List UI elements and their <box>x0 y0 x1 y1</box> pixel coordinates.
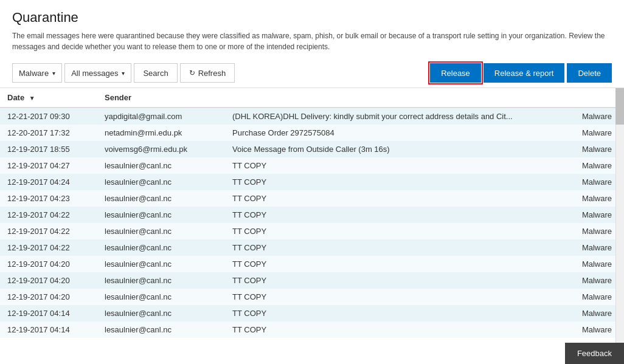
cell-sender: lesaulnier@canl.nc <box>97 256 225 272</box>
scrollbar-track[interactable] <box>615 88 624 358</box>
cell-subject: TT COPY <box>225 272 569 289</box>
cell-date: 12-21-2017 09:30 <box>0 108 97 125</box>
cell-sender: netadmin@rmi.edu.pk <box>97 125 225 141</box>
malware-filter-label: Malware <box>19 69 49 78</box>
release-button[interactable]: Release <box>430 63 481 83</box>
cell-subject: TT COPY <box>225 321 569 338</box>
cell-date: 12-19-2017 04:22 <box>0 207 97 223</box>
cell-sender: voivemsg6@rmi.edu.pk <box>97 141 225 157</box>
table-row[interactable]: 12-19-2017 04:22lesaulnier@canl.ncTT COP… <box>0 223 624 239</box>
cell-sender: lesaulnier@canl.nc <box>97 190 225 207</box>
cell-date: 12-19-2017 04:20 <box>0 289 97 305</box>
cell-sender: lesaulnier@canl.nc <box>97 321 225 338</box>
cell-date: 12-19-2017 04:22 <box>0 239 97 256</box>
cell-subject: TT COPY <box>225 289 569 305</box>
quarantine-table: Date ▼ Sender 12-21-2017 09:30yapdigital… <box>0 88 624 338</box>
table-row[interactable]: 12-19-2017 04:14lesaulnier@canl.ncTT COP… <box>0 321 624 338</box>
malware-filter-dropdown[interactable]: Malware ▾ <box>12 63 62 83</box>
cell-sender: yapdigital@gmail.com <box>97 108 225 125</box>
all-messages-label: All messages <box>71 69 118 78</box>
malware-filter-arrow: ▾ <box>52 70 55 77</box>
table-row[interactable]: 12-20-2017 17:32netadmin@rmi.edu.pkPurch… <box>0 125 624 141</box>
cell-sender: lesaulnier@canl.nc <box>97 289 225 305</box>
feedback-button[interactable]: Feedback <box>565 343 624 364</box>
col-header-subject <box>225 88 569 108</box>
cell-date: 12-19-2017 04:24 <box>0 174 97 190</box>
search-label: Search <box>143 69 168 78</box>
col-header-date[interactable]: Date ▼ <box>0 88 97 108</box>
cell-date: 12-19-2017 04:14 <box>0 321 97 338</box>
cell-subject: TT COPY <box>225 157 569 174</box>
table-row[interactable]: 12-19-2017 04:20lesaulnier@canl.ncTT COP… <box>0 289 624 305</box>
table-row[interactable]: 12-19-2017 04:20lesaulnier@canl.ncTT COP… <box>0 272 624 289</box>
cell-sender: lesaulnier@canl.nc <box>97 157 225 174</box>
table-row[interactable]: 12-21-2017 09:30yapdigital@gmail.com(DHL… <box>0 108 624 125</box>
date-sort-icon: ▼ <box>29 95 35 101</box>
table-row[interactable]: 12-19-2017 04:27lesaulnier@canl.ncTT COP… <box>0 157 624 174</box>
cell-date: 12-19-2017 04:20 <box>0 272 97 289</box>
table-row[interactable]: 12-19-2017 04:24lesaulnier@canl.ncTT COP… <box>0 174 624 190</box>
table-row[interactable]: 12-19-2017 04:14lesaulnier@canl.ncTT COP… <box>0 305 624 321</box>
all-messages-dropdown[interactable]: All messages ▾ <box>64 63 131 83</box>
release-report-button[interactable]: Release & report <box>484 63 565 83</box>
scrollbar-thumb[interactable] <box>615 88 624 125</box>
table-row[interactable]: 12-19-2017 04:20lesaulnier@canl.ncTT COP… <box>0 256 624 272</box>
page-description: The email messages here were quarantined… <box>12 30 608 52</box>
cell-subject: TT COPY <box>225 190 569 207</box>
cell-subject: Purchase Order 2972575084 <box>225 125 569 141</box>
cell-subject: TT COPY <box>225 239 569 256</box>
cell-date: 12-19-2017 04:23 <box>0 190 97 207</box>
page-title: Quarantine <box>12 10 612 26</box>
cell-date: 12-20-2017 17:32 <box>0 125 97 141</box>
delete-button[interactable]: Delete <box>567 63 612 83</box>
search-button[interactable]: Search <box>134 63 177 83</box>
cell-sender: lesaulnier@canl.nc <box>97 207 225 223</box>
cell-subject: (DHL KOREA)DHL Delivery: kindly submit y… <box>225 108 569 125</box>
cell-subject: TT COPY <box>225 174 569 190</box>
cell-sender: lesaulnier@canl.nc <box>97 239 225 256</box>
page-header: Quarantine The email messages here were … <box>0 0 624 58</box>
refresh-button[interactable]: ↻ Refresh <box>180 63 235 83</box>
table-row[interactable]: 12-19-2017 04:22lesaulnier@canl.ncTT COP… <box>0 239 624 256</box>
cell-date: 12-19-2017 04:14 <box>0 305 97 321</box>
cell-date: 12-19-2017 04:22 <box>0 223 97 239</box>
refresh-icon: ↻ <box>189 69 195 77</box>
cell-sender: lesaulnier@canl.nc <box>97 272 225 289</box>
cell-subject: Voice Message from Outside Caller (3m 16… <box>225 141 569 157</box>
cell-subject: TT COPY <box>225 305 569 321</box>
cell-sender: lesaulnier@canl.nc <box>97 174 225 190</box>
cell-subject: TT COPY <box>225 223 569 239</box>
cell-subject: TT COPY <box>225 256 569 272</box>
toolbar: Malware ▾ All messages ▾ Search ↻ Refres… <box>0 58 624 88</box>
table-body: 12-21-2017 09:30yapdigital@gmail.com(DHL… <box>0 108 624 338</box>
cell-date: 12-19-2017 04:27 <box>0 157 97 174</box>
page-container: Quarantine The email messages here were … <box>0 0 624 364</box>
table-container: Date ▼ Sender 12-21-2017 09:30yapdigital… <box>0 88 624 358</box>
cell-sender: lesaulnier@canl.nc <box>97 305 225 321</box>
refresh-label: Refresh <box>198 69 226 78</box>
col-header-sender[interactable]: Sender <box>97 88 225 108</box>
table-row[interactable]: 12-19-2017 04:22lesaulnier@canl.ncTT COP… <box>0 207 624 223</box>
table-header-row: Date ▼ Sender <box>0 88 624 108</box>
cell-subject: TT COPY <box>225 207 569 223</box>
all-messages-arrow: ▾ <box>122 70 125 77</box>
cell-date: 12-19-2017 18:55 <box>0 141 97 157</box>
table-row[interactable]: 12-19-2017 18:55voivemsg6@rmi.edu.pkVoic… <box>0 141 624 157</box>
table-row[interactable]: 12-19-2017 04:23lesaulnier@canl.ncTT COP… <box>0 190 624 207</box>
cell-sender: lesaulnier@canl.nc <box>97 223 225 239</box>
cell-date: 12-19-2017 04:20 <box>0 256 97 272</box>
